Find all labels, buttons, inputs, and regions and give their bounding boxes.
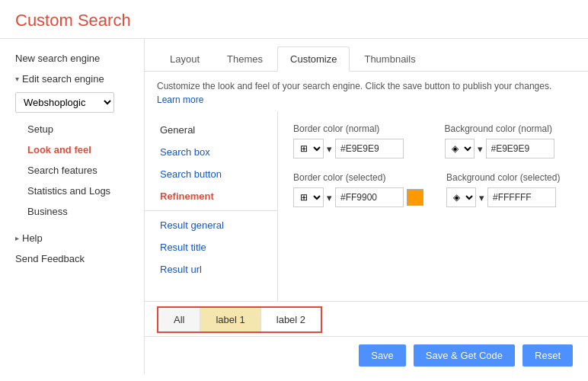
bg-color-normal-input: ◈ ▾ — [445, 139, 574, 158]
sidebar-item-statistics-and-logs[interactable]: Statistics and Logs — [0, 181, 144, 201]
sidebar-item-new-engine[interactable]: New search engine — [0, 48, 144, 69]
bg-color-selected-field[interactable] — [487, 187, 556, 207]
border-color-normal-select[interactable]: ⊞ — [293, 139, 324, 158]
border-color-normal: Border color (normal) ⊞ ▾ — [293, 123, 422, 158]
content-area: Layout Themes Customize Thumbnails Custo… — [145, 39, 588, 374]
border-color-selected: Border color (selected) ⊞ ▾ — [293, 172, 423, 207]
bg-color-normal-col: Background color (normal) ◈ ▾ — [445, 123, 574, 172]
tab-thumbnails[interactable]: Thumbnails — [351, 46, 428, 71]
reset-button[interactable]: Reset — [522, 344, 573, 367]
tab-layout[interactable]: Layout — [157, 46, 213, 71]
sidebar: New search engine ▾ Edit search engine W… — [0, 39, 145, 374]
background-color-selected: Background color (selected) ◈ ▾ — [446, 172, 573, 207]
save-get-code-button[interactable]: Save & Get Code — [414, 344, 515, 367]
nav-list: General Search box Search button Refinem… — [145, 111, 278, 301]
border-color-selected-col: Border color (selected) ⊞ ▾ — [293, 172, 423, 221]
border-color-normal-col: Border color (normal) ⊞ ▾ — [293, 123, 422, 172]
edit-engine-label: Edit search engine — [22, 73, 104, 85]
nav-item-result-title[interactable]: Result title — [145, 236, 277, 258]
sidebar-group-help[interactable]: ▸ Help — [0, 228, 144, 248]
engine-dropdown-wrapper: Webshoplogic — [15, 92, 129, 113]
panels-content: General Search box Search button Refinem… — [145, 111, 588, 301]
nav-item-search-button[interactable]: Search button — [145, 163, 277, 185]
nav-item-general: General — [145, 119, 277, 141]
sidebar-item-send-feedback[interactable]: Send Feedback — [0, 248, 144, 269]
nav-item-refinement[interactable]: Refinement — [145, 185, 277, 207]
bg-color-normal-arrow: ▾ — [478, 143, 483, 155]
border-color-selected-swatch — [407, 189, 423, 206]
border-color-selected-field[interactable] — [335, 187, 404, 207]
sidebar-item-setup[interactable]: Setup — [0, 119, 144, 139]
bottom-tab-label1[interactable]: label 1 — [200, 308, 260, 331]
bottom-tabs-container: All label 1 label 2 — [157, 306, 322, 333]
bottom-tab-label2[interactable]: label 2 — [261, 308, 321, 331]
tab-themes[interactable]: Themes — [214, 46, 276, 71]
engine-select[interactable]: Webshoplogic — [15, 92, 114, 113]
sidebar-group-edit-engine: ▾ Edit search engine — [0, 69, 144, 89]
border-color-selected-input: ⊞ ▾ — [293, 187, 423, 207]
background-color-selected-label: Background color (selected) — [446, 172, 573, 183]
tab-bar: Layout Themes Customize Thumbnails — [145, 39, 588, 72]
nav-item-search-box[interactable]: Search box — [145, 141, 277, 163]
nav-divider — [145, 210, 277, 211]
border-color-selected-select[interactable]: ⊞ — [293, 187, 324, 207]
bg-color-selected-select[interactable]: ◈ — [446, 187, 476, 207]
learn-more-link[interactable]: Learn more — [157, 94, 203, 105]
settings-row-selected: Border color (selected) ⊞ ▾ — [293, 172, 573, 221]
collapse-arrow-icon: ▾ — [15, 75, 19, 83]
bg-color-selected-col: Background color (selected) ◈ ▾ — [446, 172, 573, 221]
border-color-selected-label: Border color (selected) — [293, 172, 423, 183]
bg-color-normal-select[interactable]: ◈ — [445, 139, 475, 158]
background-color-normal: Background color (normal) ◈ ▾ — [445, 123, 574, 158]
nav-item-result-general[interactable]: Result general — [145, 214, 277, 236]
border-color-normal-arrow: ▾ — [327, 143, 332, 155]
settings-row-normal: Border color (normal) ⊞ ▾ — [293, 123, 573, 172]
bottom-tabs-area: All label 1 label 2 — [145, 301, 588, 336]
sidebar-item-search-features[interactable]: Search features — [0, 160, 144, 181]
expand-arrow-icon: ▸ — [15, 234, 19, 242]
border-color-normal-label: Border color (normal) — [293, 123, 422, 134]
bottom-tab-all[interactable]: All — [158, 308, 200, 331]
border-color-normal-field[interactable] — [335, 139, 404, 158]
sidebar-item-look-and-feel[interactable]: Look and feel — [0, 139, 144, 160]
sidebar-item-business[interactable]: Business — [0, 201, 144, 222]
bg-color-selected-input: ◈ ▾ — [446, 187, 573, 207]
description-text: Customize the look and feel of your sear… — [157, 81, 551, 91]
background-color-normal-label: Background color (normal) — [445, 123, 574, 134]
tab-customize[interactable]: Customize — [277, 46, 350, 72]
border-color-normal-input: ⊞ ▾ — [293, 139, 422, 158]
footer: Save Save & Get Code Reset — [145, 336, 588, 374]
help-label: Help — [22, 232, 43, 244]
description: Customize the look and feel of your sear… — [145, 72, 588, 111]
bg-color-normal-field[interactable] — [486, 139, 554, 158]
nav-item-result-url[interactable]: Result url — [145, 258, 277, 280]
border-color-selected-arrow: ▾ — [327, 192, 332, 203]
page-title: Custom Search — [15, 11, 573, 30]
settings-panel: Border color (normal) ⊞ ▾ — [278, 111, 588, 301]
bg-color-selected-arrow: ▾ — [479, 192, 484, 203]
save-button[interactable]: Save — [359, 344, 406, 367]
